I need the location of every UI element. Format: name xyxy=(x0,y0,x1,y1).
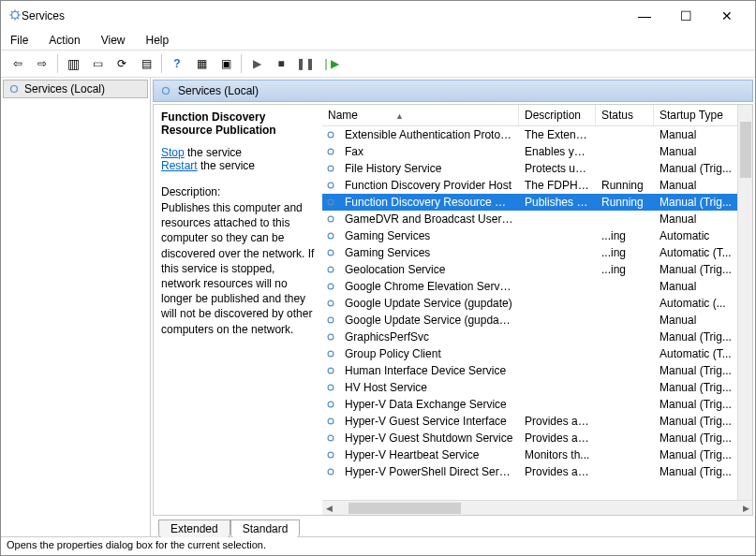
detail-pane: Function Discovery Resource Publication … xyxy=(154,105,322,515)
service-row[interactable]: HV Host ServiceManual (Trig... xyxy=(322,379,752,396)
service-row[interactable]: Extensible Authentication ProtocolThe Ex… xyxy=(322,126,752,143)
forward-button[interactable]: ⇨ xyxy=(31,52,53,75)
cell-startup: Manual (Trig... xyxy=(654,195,738,210)
svg-point-11 xyxy=(328,132,334,138)
svg-point-21 xyxy=(328,300,334,306)
service-row[interactable]: Google Update Service (gupdate...Manual xyxy=(322,312,752,329)
service-row[interactable]: Geolocation Service...ingManual (Trig... xyxy=(322,261,752,278)
service-row[interactable]: FaxEnables you...Manual xyxy=(322,143,752,160)
cell-name: Fax xyxy=(339,144,519,159)
service-row[interactable]: Hyper-V Guest Service InterfaceProvides … xyxy=(322,413,752,430)
cell-description xyxy=(519,403,596,405)
menu-help[interactable]: Help xyxy=(142,32,173,49)
scrollbar-thumb[interactable] xyxy=(348,503,461,514)
svg-point-19 xyxy=(328,267,334,272)
help-button[interactable]: ? xyxy=(166,52,188,75)
service-row[interactable]: Human Interface Device ServiceManual (Tr… xyxy=(322,362,752,379)
svg-point-28 xyxy=(328,418,334,424)
gear-icon xyxy=(159,84,172,97)
cell-description: Protects use... xyxy=(519,161,596,176)
column-startup-type[interactable]: Startup Type xyxy=(654,105,738,125)
tab-extended[interactable]: Extended xyxy=(158,519,230,537)
cell-name: Hyper-V Guest Service Interface xyxy=(339,414,519,429)
vertical-scrollbar[interactable] xyxy=(737,105,752,500)
column-name[interactable]: Name▲ xyxy=(322,105,519,125)
cell-description xyxy=(519,353,596,355)
service-row[interactable]: Hyper-V Data Exchange ServiceManual (Tri… xyxy=(322,396,752,413)
cell-status xyxy=(596,353,654,355)
properties-button[interactable]: ▭ xyxy=(86,52,109,75)
service-row[interactable]: Function Discovery Resource Publi...Publ… xyxy=(322,194,752,211)
back-button[interactable]: ⇦ xyxy=(7,52,29,75)
scrollbar-thumb[interactable] xyxy=(740,122,751,178)
stop-link[interactable]: Stop xyxy=(161,146,185,159)
gear-icon xyxy=(322,347,339,360)
cell-status xyxy=(596,168,654,169)
service-row[interactable]: GameDVR and Broadcast User Se...Manual xyxy=(322,211,752,227)
maximize-button[interactable]: ☐ xyxy=(665,3,706,29)
service-row[interactable]: Gaming Services...ingAutomatic xyxy=(322,227,752,244)
gear-icon xyxy=(324,314,337,327)
tree-item-services-local[interactable]: Services (Local) xyxy=(3,80,148,98)
cell-status: Running xyxy=(596,178,654,193)
svg-point-24 xyxy=(328,351,334,357)
service-row[interactable]: Google Chrome Elevation Servic...Manual xyxy=(322,278,752,295)
restart-link-row: Restart the service xyxy=(161,159,315,172)
service-row[interactable]: Hyper-V Guest Shutdown ServiceProvides a… xyxy=(322,430,752,446)
show-hide-tree-button[interactable]: ▥ xyxy=(62,52,84,75)
cell-description xyxy=(519,235,596,237)
cell-description xyxy=(519,319,596,321)
refresh-button[interactable]: ⟳ xyxy=(111,52,133,75)
stop-service-button[interactable]: ■ xyxy=(270,52,292,75)
menu-view[interactable]: View xyxy=(97,32,129,49)
menu-action[interactable]: Action xyxy=(45,32,83,49)
restart-service-button[interactable]: ❘▶ xyxy=(319,52,341,75)
cell-name: Google Update Service (gupdate) xyxy=(339,296,519,311)
status-bar: Opens the properties dialog box for the … xyxy=(1,536,755,555)
svg-point-18 xyxy=(328,250,334,256)
service-row[interactable]: Gaming Services...ingAutomatic (T... xyxy=(322,244,752,261)
cell-name: Function Discovery Resource Publi... xyxy=(339,195,519,210)
cell-name: File History Service xyxy=(339,161,519,176)
gear-icon xyxy=(322,179,339,192)
gear-icon xyxy=(322,263,339,276)
service-row[interactable]: GraphicsPerfSvcManual (Trig... xyxy=(322,329,752,345)
svg-line-8 xyxy=(17,10,19,12)
services-list: Name▲ Description Status Startup Type Ex… xyxy=(322,105,752,515)
service-row[interactable]: Hyper-V PowerShell Direct ServiceProvide… xyxy=(322,463,752,480)
column-status[interactable]: Status xyxy=(596,105,654,125)
toolbar-separator xyxy=(57,54,58,73)
service-row[interactable]: Google Update Service (gupdate)Automatic… xyxy=(322,295,752,312)
gear-icon xyxy=(322,162,339,175)
menu-file[interactable]: File xyxy=(7,32,32,49)
service-row[interactable]: Group Policy ClientAutomatic (T... xyxy=(322,345,752,362)
cell-startup: Manual (Trig... xyxy=(654,262,738,277)
export-list-button[interactable]: ▤ xyxy=(135,52,157,75)
toolbar-button[interactable]: ▦ xyxy=(190,52,213,75)
cell-description: The Extensi... xyxy=(519,127,596,142)
horizontal-scrollbar[interactable]: ◀▶ xyxy=(322,500,752,515)
cell-startup: Manual (Trig... xyxy=(654,397,738,412)
gear-icon xyxy=(324,465,337,478)
start-service-button[interactable]: ▶ xyxy=(245,52,268,75)
scroll-left-icon[interactable]: ◀ xyxy=(322,504,335,513)
stop-link-row: Stop the service xyxy=(161,146,315,159)
service-row[interactable]: File History ServiceProtects use...Manua… xyxy=(322,160,752,177)
app-icon xyxy=(8,8,22,24)
gear-icon xyxy=(322,229,339,242)
view-tabs: Extended Standard xyxy=(153,516,753,536)
toolbar-button[interactable]: ▣ xyxy=(215,52,237,75)
cell-status xyxy=(596,420,654,422)
column-description[interactable]: Description xyxy=(519,105,596,125)
service-row[interactable]: Hyper-V Heartbeat ServiceMonitors th...M… xyxy=(322,446,752,463)
scroll-right-icon[interactable]: ▶ xyxy=(739,504,752,513)
service-row[interactable]: Function Discovery Provider HostThe FDPH… xyxy=(322,177,752,194)
close-button[interactable]: ✕ xyxy=(706,3,748,29)
pause-service-button[interactable]: ❚❚ xyxy=(294,52,317,75)
minimize-button[interactable]: — xyxy=(624,3,665,29)
gear-icon xyxy=(324,196,337,209)
gear-icon xyxy=(322,145,339,158)
restart-link[interactable]: Restart xyxy=(161,159,198,172)
svg-point-12 xyxy=(328,149,334,154)
tab-standard[interactable]: Standard xyxy=(230,519,301,537)
